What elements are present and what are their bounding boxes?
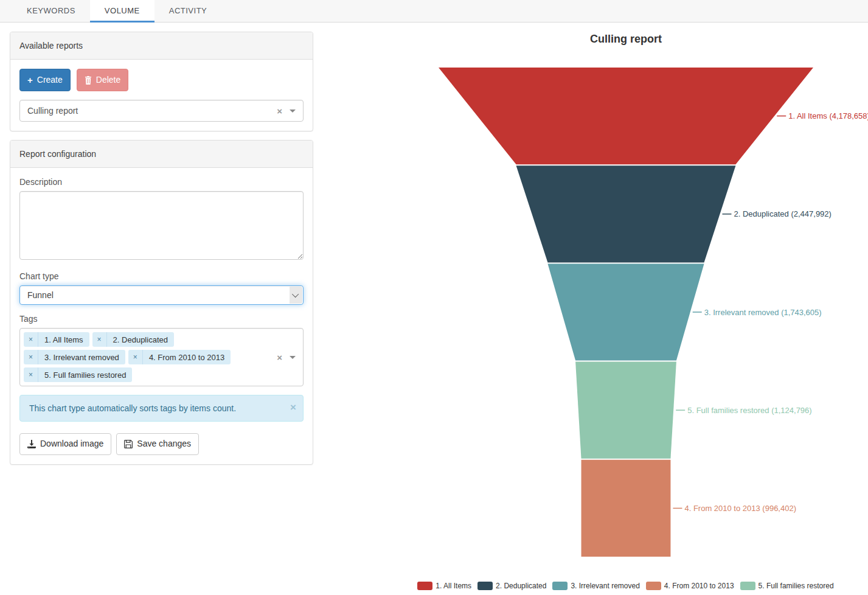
legend-swatch — [646, 582, 661, 590]
info-alert: This chart type automatically sorts tags… — [19, 395, 304, 422]
segment-label: 4. From 2010 to 2013 (996,402) — [684, 504, 796, 513]
description-field[interactable] — [19, 191, 304, 260]
tag-chip: ×2. Deduplicated — [92, 332, 174, 347]
legend-item[interactable]: 2. Deduplicated — [477, 582, 546, 590]
tag-chip: ×3. Irrelevant removed — [24, 350, 125, 364]
legend-swatch — [552, 582, 568, 590]
save-changes-label: Save changes — [137, 438, 191, 450]
clear-tags-icon[interactable]: × — [277, 353, 282, 362]
create-button-label: Create — [37, 74, 63, 86]
legend-label: 2. Deduplicated — [496, 582, 546, 590]
chart-legend: 1. All Items2. Deduplicated3. Irrelevant… — [383, 579, 868, 593]
alert-close-icon[interactable]: × — [290, 402, 296, 412]
legend-item[interactable]: 3. Irrelevant removed — [552, 582, 639, 590]
save-icon — [124, 440, 133, 448]
segment-label: 3. Irrelevant removed (1,743,605) — [704, 308, 822, 317]
caret-down-icon[interactable] — [290, 110, 296, 113]
trash-icon — [85, 76, 92, 85]
funnel-segment[interactable] — [547, 263, 704, 360]
chart-type-value: Funnel — [27, 290, 54, 300]
chart-type-label: Chart type — [19, 271, 304, 281]
plus-icon: + — [27, 74, 33, 86]
info-alert-text: This chart type automatically sorts tags… — [29, 403, 236, 413]
funnel-segment[interactable] — [516, 165, 736, 262]
legend-label: 1. All Items — [436, 582, 471, 590]
tag-chip-label: 4. From 2010 to 2013 — [143, 350, 231, 364]
available-reports-body: + Create Delete Culling report × — [10, 60, 313, 131]
available-reports-title: Available reports — [10, 32, 313, 60]
available-reports-panel: Available reports + Create Delete Cullin… — [10, 32, 313, 131]
chart-type-select[interactable]: Funnel — [19, 285, 304, 305]
remove-tag-icon[interactable]: × — [24, 367, 38, 382]
legend-label: 3. Irrelevant removed — [571, 582, 639, 590]
tag-chip: ×4. From 2010 to 2013 — [128, 350, 231, 364]
legend-item[interactable]: 1. All Items — [417, 582, 471, 590]
download-image-label: Download image — [40, 438, 103, 450]
remove-tag-icon[interactable]: × — [128, 350, 143, 364]
legend-swatch — [417, 582, 432, 590]
tab-activity[interactable]: ACTIVITY — [155, 0, 222, 23]
tag-chip: ×5. Full families restored — [24, 367, 132, 382]
delete-button[interactable]: Delete — [77, 69, 128, 91]
remove-tag-icon[interactable]: × — [24, 350, 38, 364]
top-tab-bar: KEYWORDS VOLUME ACTIVITY — [0, 0, 868, 23]
legend-item[interactable]: 5. Full families restored — [740, 582, 834, 590]
save-changes-button[interactable]: Save changes — [116, 433, 199, 455]
remove-tag-icon[interactable]: × — [24, 332, 38, 347]
tag-chip-label: 5. Full families restored — [38, 367, 132, 382]
tags-multiselect[interactable]: ×1. All Items×2. Deduplicated×3. Irrelev… — [19, 328, 304, 386]
tag-chip: ×1. All Items — [24, 332, 89, 347]
report-select-value: Culling report — [27, 106, 78, 116]
select-dropdown-button[interactable] — [290, 287, 302, 304]
create-button[interactable]: + Create — [19, 69, 71, 91]
tag-chip-label: 1. All Items — [38, 332, 89, 347]
tab-volume[interactable]: VOLUME — [90, 0, 155, 23]
description-label: Description — [19, 177, 304, 187]
delete-button-label: Delete — [96, 74, 120, 86]
clear-report-icon[interactable]: × — [277, 106, 282, 116]
chevron-down-icon — [291, 291, 298, 298]
report-configuration-body: Description Chart type Funnel Tags ×1. A… — [10, 168, 313, 464]
download-image-button[interactable]: Download image — [19, 433, 111, 455]
segment-label: 5. Full families restored (1,124,796) — [687, 406, 811, 415]
report-select[interactable]: Culling report × — [19, 100, 304, 122]
legend-swatch — [477, 582, 493, 590]
funnel-chart: Culling report1. All Items (4,178,658)2.… — [383, 24, 868, 572]
legend-label: 5. Full families restored — [759, 582, 834, 590]
tags-label: Tags — [19, 314, 304, 324]
tag-chip-label: 2. Deduplicated — [107, 332, 174, 347]
segment-label: 1. All Items (4,178,658) — [788, 111, 868, 120]
legend-label: 4. From 2010 to 2013 — [664, 582, 734, 590]
chart-title: Culling report — [590, 33, 662, 45]
tag-chip-label: 3. Irrelevant removed — [38, 350, 125, 364]
funnel-segment[interactable] — [582, 460, 671, 557]
tab-keywords[interactable]: KEYWORDS — [12, 0, 90, 23]
funnel-segment[interactable] — [439, 68, 813, 164]
remove-tag-icon[interactable]: × — [92, 332, 107, 347]
legend-swatch — [740, 582, 755, 590]
report-configuration-title: Report configuration — [10, 141, 313, 168]
legend-item[interactable]: 4. From 2010 to 2013 — [646, 582, 734, 590]
caret-down-icon[interactable] — [290, 356, 296, 359]
funnel-segment[interactable] — [575, 362, 676, 459]
report-configuration-panel: Report configuration Description Chart t… — [10, 140, 313, 465]
segment-label: 2. Deduplicated (2,447,992) — [734, 209, 831, 218]
download-icon — [27, 440, 36, 448]
